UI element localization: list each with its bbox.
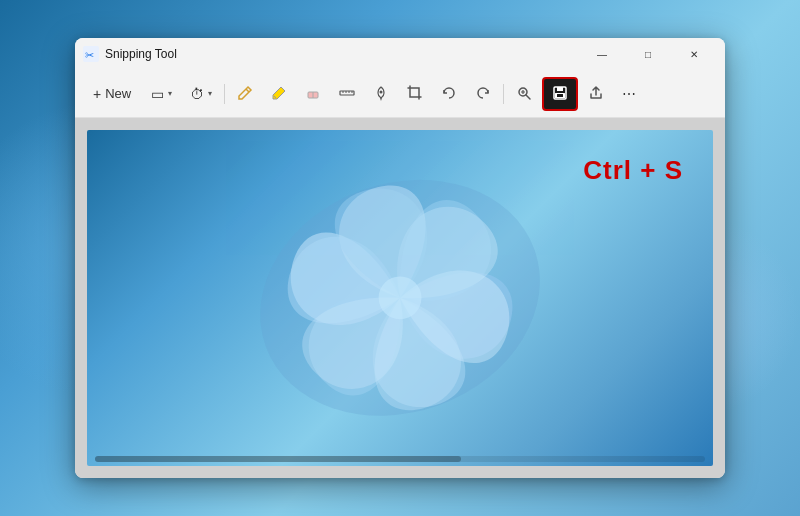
shape-selector-button[interactable]: ▭ ▾ [143,77,180,111]
plus-icon: + [93,87,101,101]
pen-icon [237,85,253,103]
pen-button[interactable] [229,77,261,111]
svg-point-9 [380,90,383,93]
maximize-button[interactable]: □ [625,38,671,70]
undo-icon [441,85,457,103]
svg-rect-15 [557,87,563,91]
toolbar: + New ▭ ▾ ⏱ ▾ [75,70,725,118]
undo-button[interactable] [433,77,465,111]
share-button[interactable] [580,77,612,111]
svg-point-19 [379,277,422,320]
zoom-button[interactable] [508,77,540,111]
rectangle-icon: ▭ [151,87,164,101]
snipping-tool-window: ✂ Snipping Tool — □ ✕ + New ▭ ▾ [75,38,725,478]
ruler-button[interactable] [331,77,363,111]
share-icon [588,85,604,103]
crop-button[interactable] [399,77,431,111]
save-icon [552,85,568,103]
more-options-button[interactable]: ⋯ [614,77,644,111]
zoom-icon [516,85,532,103]
svg-text:✂: ✂ [85,49,94,61]
clock-icon: ⏱ [190,87,204,101]
svg-rect-17 [557,94,563,97]
new-button[interactable]: + New [83,77,141,111]
screenshot-canvas: Ctrl + S [87,130,713,466]
save-button[interactable] [542,77,578,111]
minimize-button[interactable]: — [579,38,625,70]
touch-button[interactable] [365,77,397,111]
app-icon: ✂ [83,46,99,62]
separator-1 [224,84,225,104]
redo-button[interactable] [467,77,499,111]
content-area: Ctrl + S [75,118,725,478]
window-title: Snipping Tool [105,47,579,61]
chevron-down-icon: ▾ [168,89,172,98]
separator-2 [503,84,504,104]
window-controls: — □ ✕ [579,38,717,70]
new-label: New [105,86,131,101]
touch-icon [373,85,389,103]
crop-icon [407,85,423,103]
close-button[interactable]: ✕ [671,38,717,70]
scrollbar-thumb[interactable] [95,456,461,462]
more-icon: ⋯ [622,87,636,101]
highlighter-button[interactable] [263,77,295,111]
title-bar: ✂ Snipping Tool — □ ✕ [75,38,725,70]
eraser-icon [305,85,321,103]
redo-icon [475,85,491,103]
horizontal-scrollbar[interactable] [95,456,705,462]
highlighter-icon [271,85,287,103]
eraser-button[interactable] [297,77,329,111]
svg-line-11 [526,95,530,99]
ruler-icon [339,85,355,103]
chevron-down-icon: ▾ [208,89,212,98]
timer-button[interactable]: ⏱ ▾ [182,77,220,111]
ctrl-s-annotation: Ctrl + S [583,155,683,186]
